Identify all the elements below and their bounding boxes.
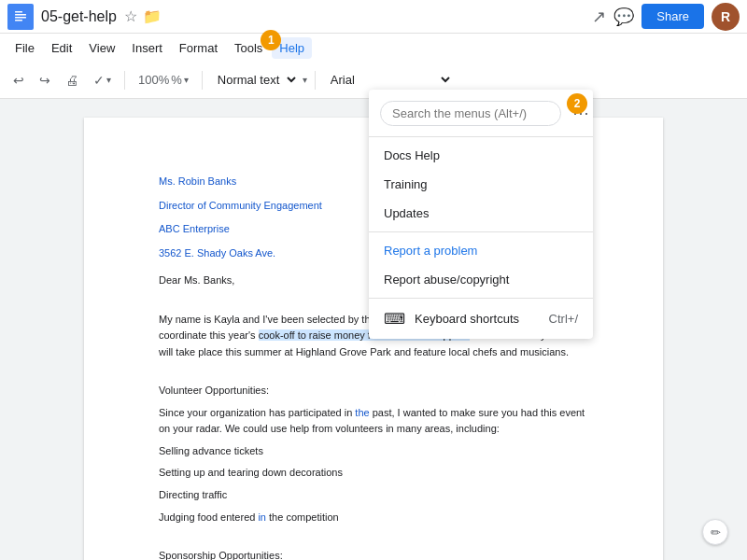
svg-rect-1 bbox=[15, 11, 22, 13]
help-separator-2 bbox=[369, 231, 593, 232]
svg-rect-4 bbox=[15, 20, 22, 21]
volunteer-heading: Volunteer Opportunities: bbox=[159, 383, 588, 399]
avatar: R bbox=[712, 3, 740, 31]
redo-button[interactable]: ↪ bbox=[34, 69, 56, 91]
sponsorship-heading: Sponsorship Opportunities: bbox=[159, 548, 588, 560]
trend-icon[interactable]: ↗ bbox=[592, 7, 606, 27]
separator-1 bbox=[124, 71, 125, 90]
volunteer-body: Since your organization has participated… bbox=[159, 405, 588, 438]
list-item-4: Judging food entered in the competition bbox=[159, 510, 588, 526]
report-abuse-label: Report abuse/copyright bbox=[384, 273, 509, 287]
help-updates-item[interactable]: Updates bbox=[369, 199, 593, 228]
training-label: Training bbox=[384, 177, 427, 191]
doc-title: 05-get-help bbox=[41, 8, 117, 25]
menu-item-tools[interactable]: Tools 1 bbox=[227, 37, 270, 59]
help-keyboard-shortcuts-item[interactable]: ⌨ Keyboard shortcuts Ctrl+/ bbox=[369, 302, 593, 335]
star-icon[interactable]: ☆ bbox=[124, 7, 137, 25]
menu-item-insert[interactable]: Insert bbox=[124, 37, 170, 59]
help-report-abuse-item[interactable]: Report abuse/copyright bbox=[369, 265, 593, 294]
help-docs-item[interactable]: Docs Help bbox=[369, 141, 593, 170]
folder-icon[interactable]: 📁 bbox=[143, 7, 162, 25]
menu-item-edit[interactable]: Edit bbox=[44, 37, 79, 59]
updates-label: Updates bbox=[384, 206, 429, 220]
share-label: Share bbox=[656, 9, 689, 23]
menu-bar: File Edit View Insert Format Tools 1 Hel… bbox=[0, 34, 747, 62]
help-separator-1 bbox=[369, 136, 593, 137]
list-item-1: Selling advance tickets bbox=[159, 443, 588, 460]
list-item-2: Setting up and tearing down decorations bbox=[159, 465, 588, 482]
undo-button[interactable]: ↩ bbox=[7, 69, 30, 91]
keyboard-icon: ⌨ bbox=[384, 310, 405, 328]
font-select[interactable]: Arial Times New Roman Courier New bbox=[323, 68, 453, 91]
keyboard-shortcut-key: Ctrl+/ bbox=[549, 312, 578, 326]
list-item-3: Directing traffic bbox=[159, 487, 588, 504]
title-bar: 05-get-help ☆ 📁 ↗ 💬 Share R bbox=[0, 0, 747, 34]
search-row: ⋯ 2 bbox=[369, 93, 593, 133]
help-separator-3 bbox=[369, 298, 593, 299]
separator-2 bbox=[202, 71, 203, 90]
menu-item-file[interactable]: File bbox=[7, 37, 42, 59]
zoom-control[interactable]: 100% % ▾ bbox=[133, 69, 194, 91]
share-button[interactable]: Share bbox=[641, 4, 704, 29]
zoom-value: 100% bbox=[138, 73, 169, 87]
chat-icon[interactable]: 💬 bbox=[613, 7, 634, 27]
doc-icon bbox=[7, 4, 34, 30]
menu-search-input[interactable] bbox=[380, 101, 561, 126]
spellcheck-button[interactable]: ✓▾ bbox=[88, 69, 117, 91]
print-button[interactable]: 🖨 bbox=[60, 69, 84, 91]
menu-item-format[interactable]: Format bbox=[172, 37, 225, 59]
menu-item-view[interactable]: View bbox=[81, 37, 122, 59]
report-problem-label: Report a problem bbox=[384, 244, 477, 258]
svg-rect-2 bbox=[15, 14, 26, 16]
search-badge: 2 bbox=[567, 93, 587, 114]
keyboard-shortcuts-label: Keyboard shortcuts bbox=[415, 312, 519, 326]
title-right: ↗ 💬 Share R bbox=[592, 3, 740, 31]
edit-mode-icon[interactable]: ✏ bbox=[702, 519, 728, 545]
help-training-item[interactable]: Training bbox=[369, 170, 593, 199]
docs-help-label: Docs Help bbox=[384, 148, 440, 162]
title-icons: ☆ 📁 bbox=[124, 7, 162, 25]
separator-3 bbox=[315, 71, 316, 90]
paragraph-style-select[interactable]: Normal text Heading 1 Heading 2 bbox=[210, 68, 299, 91]
svg-rect-3 bbox=[15, 17, 26, 19]
help-dropdown: ⋯ 2 Docs Help Training Updates Report a … bbox=[369, 90, 593, 339]
tools-badge: 1 bbox=[261, 30, 281, 50]
help-report-problem-item[interactable]: Report a problem bbox=[369, 236, 593, 265]
